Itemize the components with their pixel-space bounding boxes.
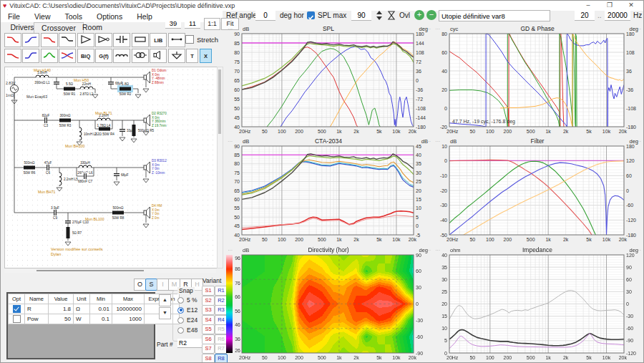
opt-checkbox[interactable] <box>13 315 21 323</box>
part-number-field[interactable] <box>177 339 205 348</box>
spl-max-input[interactable] <box>351 10 371 21</box>
value-cell[interactable]: 1.8 <box>49 304 74 314</box>
view-button-s[interactable]: S <box>145 279 157 291</box>
freq-min-input[interactable] <box>575 10 595 21</box>
variant-s-button-s3[interactable]: S3 <box>202 305 215 315</box>
component-ind_h[interactable]: 5.8mH390mΩ L1 <box>34 71 50 84</box>
tool-crossover-button[interactable] <box>59 49 76 63</box>
move-up-button[interactable]: ▲ <box>159 294 171 306</box>
component-spk[interactable] <box>144 115 150 126</box>
opt-cell[interactable] <box>9 314 25 324</box>
component-cap_v[interactable]: 68µF <box>113 171 129 178</box>
variant-s-button-s8[interactable]: S8 <box>202 354 215 363</box>
variant-s-button-s7[interactable]: S7 <box>202 344 215 354</box>
menu-tools[interactable]: Tools <box>58 11 90 22</box>
radio-E48[interactable] <box>177 327 184 334</box>
tool-biquad-button[interactable]: BiQ <box>77 49 94 63</box>
component-res_v[interactable]: 500mΩ R5 <box>132 125 155 136</box>
chart-drag-handle[interactable]: ⋯ <box>435 139 440 144</box>
stretch-option[interactable]: Stretch <box>185 35 218 44</box>
remove-variant-button[interactable]: − <box>426 10 436 20</box>
tool-bandpass-button[interactable] <box>41 33 58 47</box>
tool-transformer-button[interactable] <box>132 49 149 63</box>
max-cell[interactable]: 1000 <box>112 314 145 324</box>
chart-drag-handle[interactable]: ⋯ <box>228 139 233 144</box>
component-src[interactable] <box>11 85 19 93</box>
component-cap_h[interactable]: 3.9µFC9 <box>51 206 59 220</box>
minimize-button[interactable]: – <box>577 1 599 10</box>
schematic-drawing[interactable]: 5.8mH390mΩ L15.5Ω50W R122mH2.87Ω L268µF1… <box>5 67 215 266</box>
grid-height-field[interactable] <box>185 19 200 29</box>
tool-lowpass-button[interactable] <box>4 33 21 47</box>
close-button[interactable]: ✕ <box>620 1 642 10</box>
chart-drag-handle[interactable]: ⋯ <box>435 26 440 32</box>
tool-resistor-button[interactable] <box>132 33 149 47</box>
chart-menu-button[interactable]: ⋯ <box>426 26 431 32</box>
table-row[interactable]: R1.8Ω0.0110000000 <box>9 304 180 314</box>
radio-5%[interactable] <box>177 297 184 304</box>
spl-max-checkbox[interactable] <box>307 11 315 19</box>
chart-drag-handle[interactable]: ⋯ <box>228 26 233 32</box>
tool-highpass-button[interactable] <box>22 33 39 47</box>
component-spk[interactable] <box>144 72 150 83</box>
variant-s-button-s5[interactable]: S5 <box>202 324 215 334</box>
component-ind_h[interactable]: 2.2mH1.78Ω L4 <box>97 114 111 127</box>
freq-max-input[interactable] <box>605 10 630 21</box>
component-cap_v[interactable]: 33µF <box>119 127 135 134</box>
variant-name-combo[interactable] <box>439 10 550 21</box>
max-cell[interactable]: 10000000 <box>112 304 145 314</box>
tool-delete-button[interactable]: X <box>200 49 212 63</box>
tool-library-button[interactable]: LIB <box>150 33 167 47</box>
tool-capacitor-button[interactable] <box>113 33 130 47</box>
chart-menu-button[interactable]: ⋯ <box>636 139 641 144</box>
tool-lowshelf-button[interactable] <box>4 49 21 63</box>
chart-menu-button[interactable]: ⋯ <box>426 248 431 253</box>
tool-buffer-button[interactable] <box>95 33 112 47</box>
ref-angle-input[interactable] <box>255 10 275 21</box>
tool-peak-button[interactable] <box>41 49 58 63</box>
chart-menu-button[interactable]: ⋯ <box>636 26 641 32</box>
zoom-1to1-button[interactable]: 1:1 <box>204 18 220 30</box>
tool-wire-button[interactable] <box>168 33 185 47</box>
snap-option-E24[interactable]: E24 <box>177 316 197 324</box>
tool-inductor-button[interactable] <box>113 49 130 63</box>
add-variant-button[interactable]: + <box>414 10 424 20</box>
component-res_h[interactable]: 300mΩ50W R3 <box>59 114 72 127</box>
component-spk[interactable] <box>144 162 150 173</box>
component-res_h[interactable]: 2.2Ω 50W R4 <box>94 127 114 137</box>
tool-gf-button[interactable]: G(f) <box>95 49 112 63</box>
chart-menu-button[interactable]: ⋯ <box>636 248 641 253</box>
menu-file[interactable]: File <box>1 11 27 22</box>
schematic-horizontal-scrollbar[interactable] <box>4 268 216 273</box>
tool-ground-button[interactable] <box>168 49 185 63</box>
min-cell[interactable]: 0.01 <box>90 304 112 314</box>
snap-option-E12[interactable]: E12 <box>177 306 197 314</box>
min-cell[interactable]: 0.1 <box>90 314 112 324</box>
schematic-vertical-scrollbar[interactable] <box>217 67 223 268</box>
component-cap_v[interactable] <box>53 79 60 87</box>
value-cell[interactable]: 50 <box>49 314 74 324</box>
grid-width-field[interactable] <box>165 19 181 29</box>
variant-s-button-s2[interactable]: S2 <box>202 296 215 306</box>
hourglass-icon[interactable] <box>387 10 396 24</box>
tab-room[interactable]: Room <box>74 22 111 34</box>
spl-max-spinner[interactable] <box>376 10 383 24</box>
component-spk[interactable] <box>144 207 150 218</box>
move-down-button[interactable]: ▼ <box>159 307 171 319</box>
tool-highshelf-button[interactable] <box>22 49 39 63</box>
component-res_h[interactable]: 5.5Ω50W R1 <box>64 82 76 96</box>
radio-E12[interactable] <box>177 307 184 314</box>
menu-options[interactable]: Options <box>89 11 130 22</box>
component-res_v[interactable]: 5Ω R7 <box>67 227 82 238</box>
view-button-o[interactable]: O <box>134 279 146 291</box>
snap-option-5%[interactable]: 5 % <box>177 296 197 304</box>
component-ind_h[interactable]: 22mH2.87Ω L2 <box>80 82 94 96</box>
variant-s-button-s6[interactable]: S6 <box>202 334 215 344</box>
component-res_h[interactable]: 500mΩ50W R8 <box>112 206 125 220</box>
table-row[interactable]: Pow50W0.11000 <box>9 314 180 324</box>
opt-cell[interactable] <box>9 304 25 314</box>
component-ind_v[interactable]: 2.2mH L5 <box>59 173 79 185</box>
tool-speaker-button[interactable] <box>150 49 167 63</box>
stretch-checkbox[interactable] <box>185 35 194 44</box>
menu-help[interactable]: Help <box>130 11 160 22</box>
